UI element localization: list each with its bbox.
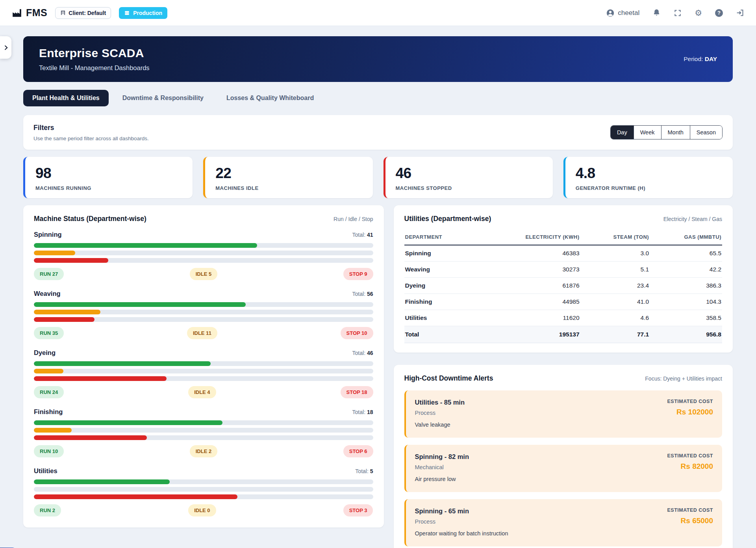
kpi-card: 4.8 GENERATOR RUNTIME (H) <box>563 157 733 198</box>
cell-electricity: 61876 <box>476 278 580 294</box>
dashboard-banner: Enterprise SCADA Textile Mill - Manageme… <box>23 36 733 82</box>
alert-note: Operator waiting for batch instruction <box>415 530 508 537</box>
table-row: Dyeing 61876 23.4 386.3 <box>404 278 723 294</box>
idle-bar-fill <box>34 428 72 433</box>
client-badge: Client: Default <box>55 7 111 19</box>
alerts-caption: Focus: Dyeing + Utilities impact <box>645 375 722 382</box>
top-navbar: FMS Client: Default Production <box>0 0 756 26</box>
kpi-card: 46 MACHINES STOPPED <box>384 157 553 198</box>
run-pill: RUN 35 <box>34 327 64 339</box>
department-name: Dyeing <box>34 349 56 357</box>
department-total: Total: 41 <box>352 232 373 238</box>
run-bar <box>34 361 373 366</box>
filters-title: Filters <box>33 124 149 132</box>
period-label: Period: <box>684 56 703 62</box>
machine-status-title: Machine Status (Department-wise) <box>34 215 146 223</box>
notifications-button[interactable] <box>652 9 661 17</box>
department-status: Finishing Total: 18 RUN 10 IDLE 2 STOP 6 <box>34 408 373 457</box>
total-steam: 77.1 <box>580 326 650 343</box>
stop-pill: STOP 10 <box>341 327 373 339</box>
kpi-value: 46 <box>396 165 543 182</box>
factory-logo-icon <box>12 8 22 18</box>
help-button[interactable]: ? <box>715 9 723 17</box>
alert-cost: Rs 82000 <box>667 462 713 471</box>
department-name: Finishing <box>34 408 63 416</box>
page: FMS Client: Default Production <box>0 0 756 548</box>
bell-icon <box>652 9 661 17</box>
stop-pill: STOP 18 <box>341 386 373 398</box>
table-row: Finishing 44985 41.0 104.3 <box>404 294 723 310</box>
chevron-right-icon <box>3 45 9 51</box>
downtime-alert: Spinning - 82 min Mechanical Air pressur… <box>404 445 723 492</box>
stop-bar-fill <box>34 494 237 499</box>
fullscreen-icon <box>674 9 682 17</box>
dashboard-tab[interactable]: Losses & Quality Whiteboard <box>217 90 323 106</box>
logout-button[interactable] <box>736 9 744 17</box>
alert-cost-label: ESTIMATED COST <box>667 399 713 404</box>
utilities-table: DEPARTMENT ELECTRICITY (KWH) STEAM (TON)… <box>404 231 723 343</box>
department-name: Weaving <box>34 290 61 297</box>
cell-department: Dyeing <box>404 278 477 294</box>
alert-category: Mechanical <box>415 464 469 470</box>
alert-title: Spinning - 65 min <box>415 507 508 515</box>
settings-button[interactable]: ⚙ <box>695 9 702 17</box>
stop-bar <box>34 494 373 499</box>
production-badge-label: Production <box>133 10 162 16</box>
idle-bar <box>34 428 373 433</box>
user-menu[interactable]: cheetal <box>606 9 639 17</box>
run-bar <box>34 479 373 484</box>
total-label: Total: <box>352 409 365 415</box>
panels-row: Machine Status (Department-wise) Run / I… <box>23 205 733 548</box>
fullscreen-button[interactable] <box>674 9 682 17</box>
department-status-list: Spinning Total: 41 RUN 27 IDLE 5 STOP 9 … <box>34 231 373 516</box>
server-icon <box>124 10 130 16</box>
period-segmented: DayWeekMonthSeason <box>610 125 723 139</box>
utilities-table-body: Spinning 46383 3.0 65.5 Weaving 30273 5.… <box>404 245 723 326</box>
cell-steam: 3.0 <box>580 245 650 262</box>
alert-cost: Rs 65000 <box>667 516 713 525</box>
stop-bar <box>34 317 373 322</box>
run-bar-fill <box>34 361 211 366</box>
total-value: 5 <box>370 468 373 474</box>
machine-status-caption: Run / Idle / Stop <box>334 216 373 222</box>
dashboard-tabs: Plant Health & UtilitiesDowntime & Respo… <box>23 90 733 106</box>
username: cheetal <box>618 9 639 17</box>
tab-label: Losses & Quality Whiteboard <box>226 95 314 101</box>
col-electricity: ELECTRICITY (KWH) <box>476 231 580 245</box>
kpi-value: 98 <box>35 165 182 182</box>
run-bar-fill <box>34 420 222 425</box>
downtime-alert: Utilities - 85 min Process Valve leakage… <box>404 390 723 438</box>
department-total: Total: 56 <box>352 291 373 297</box>
stop-bar <box>34 258 373 263</box>
user-icon <box>606 9 615 17</box>
department-total: Total: 18 <box>352 409 373 415</box>
brand: FMS <box>12 7 47 19</box>
page-title: Enterprise SCADA <box>39 46 150 60</box>
dashboard-tab[interactable]: Plant Health & Utilities <box>23 90 109 106</box>
idle-pill: IDLE 4 <box>188 386 216 398</box>
stop-bar-fill <box>34 376 167 381</box>
period-option[interactable]: Day <box>611 126 634 139</box>
table-row: Weaving 30273 5.1 42.2 <box>404 262 723 278</box>
department-status: Dyeing Total: 46 RUN 24 IDLE 4 STOP 18 <box>34 349 373 398</box>
kpi-card: 98 MACHINES RUNNING <box>23 157 193 198</box>
period-option[interactable]: Month <box>661 126 690 139</box>
run-bar-fill <box>34 243 257 248</box>
total-label: Total: <box>352 350 365 356</box>
run-pill: RUN 24 <box>34 386 64 398</box>
period-option[interactable]: Season <box>690 126 722 139</box>
run-pill: RUN 27 <box>34 268 64 280</box>
sidebar-expand-button[interactable] <box>0 36 11 59</box>
department-name: Utilities <box>34 467 57 475</box>
kpi-card: 22 MACHINES IDLE <box>203 157 372 198</box>
alert-cost-label: ESTIMATED COST <box>667 453 713 459</box>
total-value: 46 <box>367 350 373 356</box>
stop-bar <box>34 435 373 440</box>
total-gas: 956.8 <box>650 326 722 343</box>
cell-steam: 23.4 <box>580 278 650 294</box>
cell-gas: 104.3 <box>650 294 722 310</box>
alert-category: Process <box>415 518 508 525</box>
period-option[interactable]: Week <box>634 126 661 139</box>
dashboard-tab[interactable]: Downtime & Responsibility <box>113 90 213 106</box>
cell-electricity: 44985 <box>476 294 580 310</box>
